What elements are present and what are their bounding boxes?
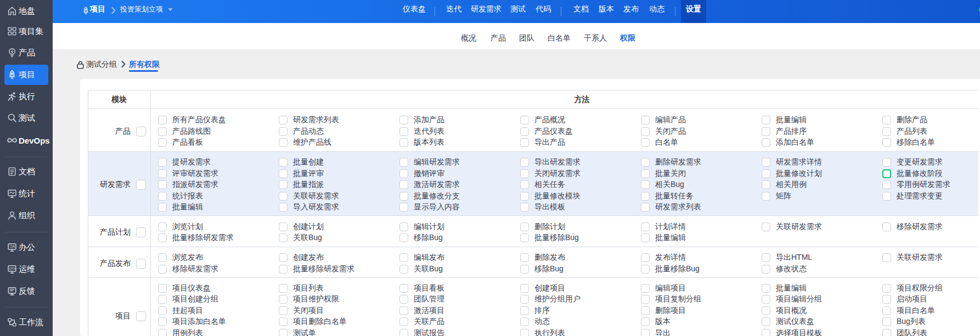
svg-text:OA: OA [9,244,15,248]
svg-text:OPS: OPS [9,267,16,270]
